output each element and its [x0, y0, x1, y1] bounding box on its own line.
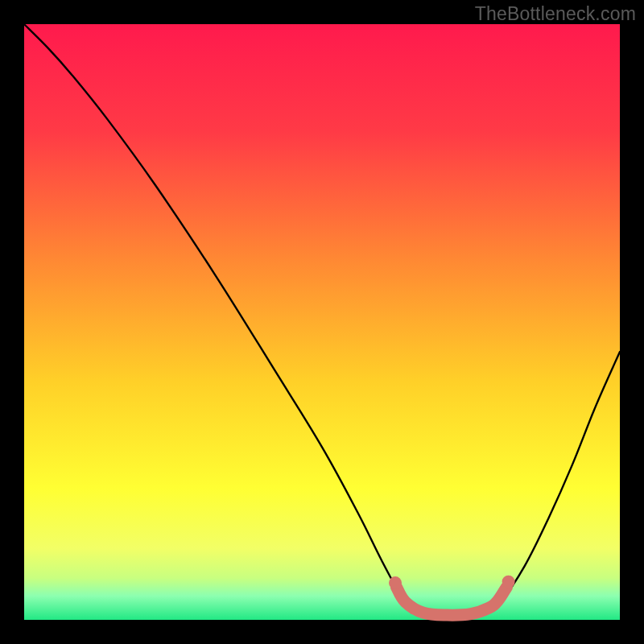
watermark-text: TheBottleneck.com	[475, 3, 636, 25]
marker-endpoint-dot-0	[389, 576, 402, 589]
plot-background	[24, 24, 620, 620]
marker-endpoint-dot-1	[502, 576, 515, 588]
chart-frame: TheBottleneck.com	[0, 0, 644, 644]
bottleneck-chart	[0, 0, 644, 644]
